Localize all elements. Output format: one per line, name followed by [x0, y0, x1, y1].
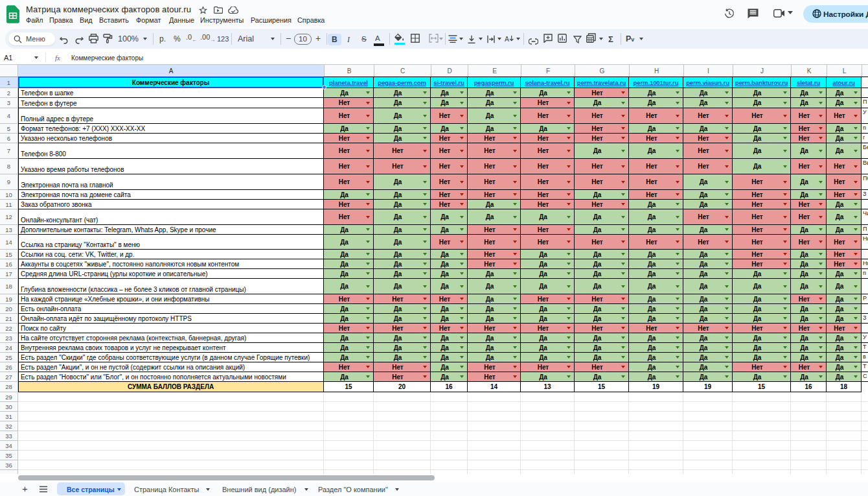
svg-text:A: A: [505, 35, 509, 43]
